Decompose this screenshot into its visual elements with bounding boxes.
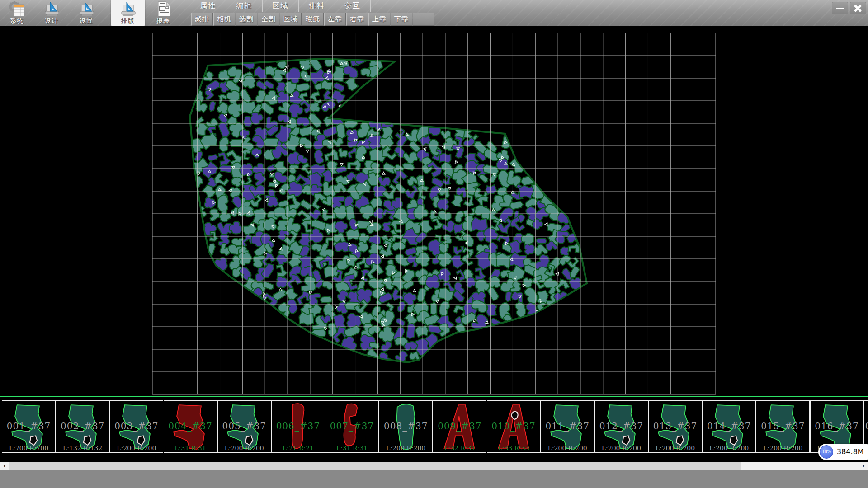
separator-line-top <box>0 396 868 397</box>
menu-tab-3[interactable]: 排料 <box>298 0 335 12</box>
piece-id-label: 006_#37 <box>272 421 325 432</box>
design-icon <box>37 1 66 17</box>
status-bar <box>0 470 868 488</box>
window-controls <box>832 2 866 14</box>
tool-button-3[interactable]: 全割 <box>258 13 279 26</box>
system-icon <box>2 1 31 17</box>
thumbnail-011[interactable]: 011_#37L:200 R:200 <box>541 400 594 453</box>
piece-count-label: L:31 R:31 <box>164 445 217 452</box>
piece-count-label: L:32 R:31 <box>433 445 486 452</box>
piece-id-label: 009_#37 <box>433 421 486 432</box>
piece-count-label: L:200 R:200 <box>218 445 271 452</box>
piece-id-label: 004_#37 <box>164 421 217 432</box>
menu-tab-2[interactable]: 区域 <box>262 0 298 12</box>
piece-id-label: 012_#37 <box>595 421 648 432</box>
thumbnail-012[interactable]: 012_#37L:200 R:200 <box>594 400 648 453</box>
thumbnail-010[interactable]: 010_#37L:33 R:33 <box>487 400 541 453</box>
tool-button-4[interactable]: 区域 <box>280 13 302 26</box>
piece-count-label: L:700 R:700 <box>2 445 55 452</box>
piece-thumbnail-strip: 001_#37L:700 R:700002_#37L:132 R:132003_… <box>0 400 868 453</box>
scroll-right-arrow[interactable]: › <box>859 462 868 470</box>
piece-id-label: 014_#37 <box>703 421 755 432</box>
separator-line-bottom <box>0 399 868 399</box>
close-button[interactable] <box>850 2 866 14</box>
nesting-canvas-area <box>0 26 868 396</box>
piece-id-label: 008_#37 <box>379 421 432 432</box>
top-toolbar: 系统 设计 设置 <box>0 0 868 26</box>
piece-count-label: L:31 R:31 <box>326 445 378 452</box>
thumbnail-005[interactable]: 005_#37L:200 R:200 <box>217 400 271 453</box>
thumbnail-003[interactable]: 003_#37L:200 R:200 <box>109 400 163 453</box>
thumbnail-002[interactable]: 002_#37L:132 R:132 <box>56 400 109 453</box>
scrollbar-thumb[interactable] <box>9 462 741 470</box>
memory-value: 384.8M <box>837 444 864 460</box>
piece-id-label: 016_#37 <box>811 421 863 432</box>
piece-count-label: L:33 R:33 <box>487 445 540 452</box>
app-button-settings[interactable]: 设置 <box>72 0 101 26</box>
piece-count-label: L:200 R:200 <box>595 445 648 452</box>
nesting-canvas[interactable] <box>0 26 868 396</box>
app-button-label: 系统 <box>2 17 31 25</box>
tool-button-7[interactable]: 右靠 <box>346 13 368 26</box>
app-button-label: 排版 <box>111 17 145 25</box>
layout-icon <box>111 1 145 17</box>
horizontal-scrollbar[interactable]: ‹ › <box>0 462 868 470</box>
tool-button-9[interactable]: 下靠 <box>391 13 412 26</box>
menu-tab-1[interactable]: 编辑 <box>226 0 262 12</box>
tool-button-10 <box>413 13 434 26</box>
menu-tab-0[interactable]: 属性 <box>190 0 226 12</box>
report-icon <box>149 1 178 17</box>
app-button-report[interactable]: 报表 <box>149 0 178 26</box>
memory-progress-pill: 38% 384.8M <box>818 444 868 460</box>
menu-tab-bar: 属性编辑区域排料交互 <box>190 0 371 12</box>
app-button-system[interactable]: 系统 <box>2 0 31 26</box>
tool-button-8[interactable]: 上靠 <box>368 13 390 26</box>
settings-icon <box>72 1 101 17</box>
piece-id-label: 017_#37 <box>864 421 868 432</box>
app-button-label: 设计 <box>37 17 66 25</box>
piece-count-label: L:200 R:200 <box>110 445 163 452</box>
app-button-label: 报表 <box>149 17 178 25</box>
piece-id-label: 013_#37 <box>649 421 702 432</box>
thumbnail-006[interactable]: 006_#37L:21 R:21 <box>271 400 325 453</box>
tool-button-5[interactable]: 瑕疵 <box>302 13 324 26</box>
piece-count-label: L:21 R:21 <box>272 445 325 452</box>
piece-count-label: L:132 R:132 <box>56 445 109 452</box>
thumbnail-015[interactable]: 015_#37L:200 R:200 <box>756 400 810 453</box>
tool-button-row: 聚排相机选割全割区域瑕疵左靠右靠上靠下靠 <box>191 13 435 26</box>
scroll-left-arrow[interactable]: ‹ <box>0 462 9 470</box>
app-button-label: 设置 <box>72 17 101 25</box>
piece-id-label: 001_#37 <box>2 421 55 432</box>
thumbnail-009[interactable]: 009_#37L:32 R:31 <box>433 400 486 453</box>
menu-tab-4[interactable]: 交互 <box>335 0 371 12</box>
thumbnail-004[interactable]: 004_#37L:31 R:31 <box>164 400 217 453</box>
piece-count-label: L:200 R:200 <box>756 445 809 452</box>
piece-id-label: 010_#37 <box>487 421 540 432</box>
thumbnail-007[interactable]: 007_#37L:31 R:31 <box>325 400 379 453</box>
tool-button-1[interactable]: 相机 <box>213 13 235 26</box>
piece-id-label: 005_#37 <box>218 421 271 432</box>
piece-count-label: L:200 R:200 <box>703 445 755 452</box>
piece-id-label: 011_#37 <box>541 421 594 432</box>
piece-count-label: L:200 R:200 <box>541 445 594 452</box>
thumbnail-013[interactable]: 013_#37L:200 R:200 <box>648 400 702 453</box>
piece-count-label: L:200 R:200 <box>649 445 702 452</box>
piece-id-label: 002_#37 <box>56 421 109 432</box>
tool-button-6[interactable]: 左靠 <box>324 13 346 26</box>
minimize-icon <box>836 8 844 9</box>
piece-id-label: 007_#37 <box>326 421 378 432</box>
thumbnail-001[interactable]: 001_#37L:700 R:700 <box>2 400 56 453</box>
thumbnail-014[interactable]: 014_#37L:200 R:200 <box>702 400 756 453</box>
progress-percent-badge: 38% <box>820 445 833 459</box>
minimize-button[interactable] <box>832 2 848 14</box>
thumbnail-008[interactable]: 008_#37L:200 R:200 <box>379 400 433 453</box>
piece-count-label: L:200 R:200 <box>379 445 432 452</box>
piece-id-label: 003_#37 <box>110 421 163 432</box>
tool-button-2[interactable]: 选割 <box>236 13 257 26</box>
app-button-layout[interactable]: 排版 <box>111 0 145 26</box>
piece-id-label: 015_#37 <box>756 421 809 432</box>
tool-button-0[interactable]: 聚排 <box>191 13 213 26</box>
app-button-design[interactable]: 设计 <box>37 0 66 26</box>
